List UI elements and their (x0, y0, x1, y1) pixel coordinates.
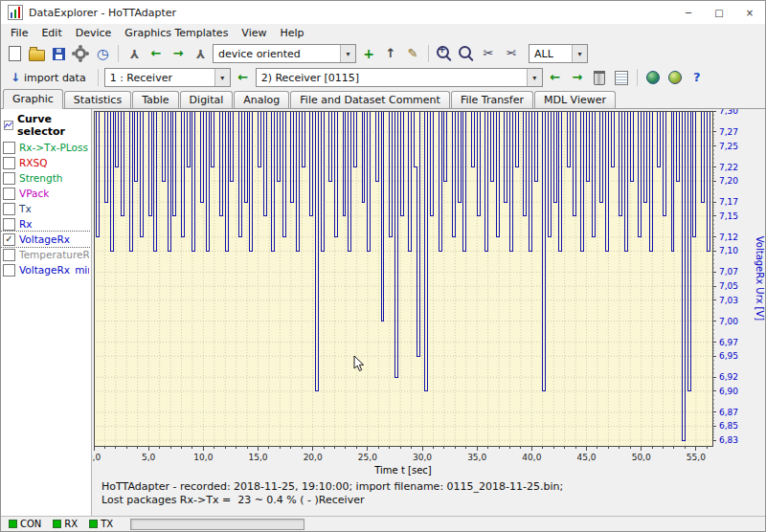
undo-button[interactable]: ← (234, 68, 253, 87)
x-tick-label: 20,0 (304, 453, 323, 462)
graph-canvas[interactable]: 0,05,010,015,020,025,030,035,040,045,050… (92, 109, 765, 516)
y-tick-label: 7,15 (719, 211, 738, 221)
new-file-button[interactable] (5, 44, 24, 63)
curve-row-tx[interactable]: Tx (1, 201, 91, 216)
curve-selector-icon (4, 120, 13, 131)
menu-item-device[interactable]: Device (69, 26, 119, 40)
export-record-button[interactable]: ↑ (381, 44, 400, 63)
tab-analog[interactable]: Analog (234, 91, 289, 108)
edit-comment-button[interactable] (612, 68, 631, 87)
y-tick-label: 6,97 (719, 338, 738, 347)
curve-row-voltagerx-min[interactable]: VoltageRx_min (1, 262, 91, 277)
import-data-label: import data (24, 72, 86, 84)
view-mode-combobox[interactable]: device oriented ▾ (213, 44, 356, 63)
cut-left-button[interactable]: ✂ (479, 44, 498, 63)
record-comment-line2: Lost packages Rx->Tx = 23 ~ 0.4 % ( - )R… (101, 494, 364, 506)
context-help-button[interactable]: ? (687, 68, 707, 87)
curve-row-rxsq[interactable]: RXSQ (1, 155, 91, 170)
checkbox[interactable] (3, 203, 15, 215)
google-earth-export-button[interactable] (643, 68, 663, 87)
zoom-in-button[interactable] (435, 44, 454, 63)
toolbar-separator (118, 45, 119, 62)
prev-device-button[interactable]: ← (146, 44, 166, 63)
cut-right-button[interactable]: ✂ (501, 44, 520, 63)
checkbox[interactable] (3, 188, 15, 200)
y-tick-label: 7,17 (719, 197, 738, 207)
toolbar-separator (98, 69, 99, 86)
trash-icon (594, 71, 605, 85)
channel-filter-combobox[interactable]: ALL ▾ (529, 44, 588, 63)
prev-record-button[interactable]: ← (546, 68, 565, 87)
settings-button[interactable] (71, 44, 90, 63)
curve-row-rx-tx-ploss[interactable]: Rx->Tx-PLoss (1, 140, 91, 155)
main-area: Curve selector Rx->Tx-PLossRXSQStrengthV… (1, 109, 765, 516)
chevron-down-icon: ▾ (340, 45, 355, 62)
tab-digital[interactable]: Digital (180, 91, 234, 108)
checkbox[interactable] (3, 142, 15, 154)
close-button[interactable]: × (734, 1, 765, 24)
minimize-button[interactable]: ─ (673, 1, 704, 24)
menu-item-graphics-templates[interactable]: Graphics Templates (118, 26, 235, 40)
tab-graphic[interactable]: Graphic (3, 89, 63, 109)
checkbox[interactable] (3, 157, 15, 169)
curve-row-temperaturerx[interactable]: TemperatureRx (1, 247, 91, 262)
indicator-label: CON (20, 519, 41, 529)
curve-selector-panel: Curve selector Rx->Tx-PLossRXSQStrengthV… (1, 109, 92, 516)
delete-record-button[interactable] (590, 68, 609, 87)
save-button[interactable] (49, 44, 68, 63)
y-tick-label: 6,87 (719, 408, 738, 417)
curve-selector-title: Curve selector (17, 113, 88, 138)
tab-file-and-dataset-comment[interactable]: File and Dataset Comment (290, 91, 450, 108)
maximize-button[interactable]: □ (704, 1, 734, 24)
add-record-button[interactable]: + (359, 44, 378, 63)
open-file-button[interactable] (27, 44, 46, 63)
title-bar: DataExplorer - HoTTAdapter ─ □ × (1, 1, 765, 25)
menu-item-file[interactable]: File (4, 26, 34, 40)
import-data-button[interactable]: ↓ import data (5, 68, 92, 87)
checkbox[interactable] (3, 249, 15, 261)
next-device-button[interactable]: → (169, 44, 188, 63)
checkbox[interactable] (3, 264, 15, 277)
y-tick-label: 7,05 (719, 281, 738, 291)
device-selection-button[interactable]: Y (191, 44, 210, 63)
clock-icon: ◷ (97, 45, 108, 62)
tab-mdl-viewer[interactable]: MDL Viewer (534, 91, 616, 108)
tab-statistics[interactable]: Statistics (64, 91, 131, 108)
edit-record-button[interactable]: ✎ (403, 44, 422, 63)
tab-file-transfer[interactable]: File Transfer (451, 91, 533, 108)
time-format-button[interactable]: ◷ (93, 44, 112, 63)
checkbox[interactable] (3, 218, 15, 231)
tab-table[interactable]: Table (132, 91, 178, 108)
menu-item-view[interactable]: View (235, 26, 273, 40)
y-tick-label: 7,30 (719, 109, 738, 116)
x-tick-label: 50,0 (632, 453, 651, 462)
curve-row-voltagerx[interactable]: ✓VoltageRx (1, 232, 91, 247)
menu-item-help[interactable]: Help (273, 26, 310, 40)
magnifier-icon (459, 46, 471, 58)
device-tool-button[interactable]: Y (124, 44, 144, 63)
curve-row-rx[interactable]: Rx (1, 216, 91, 232)
indicator-label: RX (64, 519, 78, 529)
zoom-cursor-button[interactable] (457, 44, 476, 63)
next-record-button[interactable]: → (568, 68, 587, 87)
arrow-left-icon: ← (550, 69, 560, 86)
menu-item-edit[interactable]: Edit (34, 26, 68, 40)
recordset-value: 1 : Receiver (110, 72, 172, 84)
curve-row-vpack[interactable]: VPack (1, 186, 91, 201)
port-indicators: CONRXTX (9, 519, 124, 529)
checkbox[interactable] (3, 172, 15, 185)
curve-selector-header: Curve selector (1, 109, 91, 140)
device-channel-combobox[interactable]: 2) Receiver [0115] ▾ (256, 68, 543, 87)
indicator-rx: RX (53, 519, 78, 529)
y-tick-label: 6,95 (719, 351, 738, 361)
x-tick-label: 10,0 (193, 453, 213, 462)
google-earth-config-button[interactable] (665, 68, 685, 87)
record-toolbar: ↓ import data 1 : Receiver ▾ ← 2) Receiv… (1, 66, 765, 90)
curve-label: Strength (19, 172, 62, 184)
x-tick-label: 55,0 (687, 453, 706, 462)
checkbox[interactable]: ✓ (3, 233, 15, 246)
x-tick-label: 0,0 (92, 453, 101, 462)
curve-row-strength[interactable]: Strength (1, 170, 91, 186)
y-tick-label: 7,03 (719, 296, 738, 305)
recordset-combobox[interactable]: 1 : Receiver ▾ (104, 68, 231, 87)
